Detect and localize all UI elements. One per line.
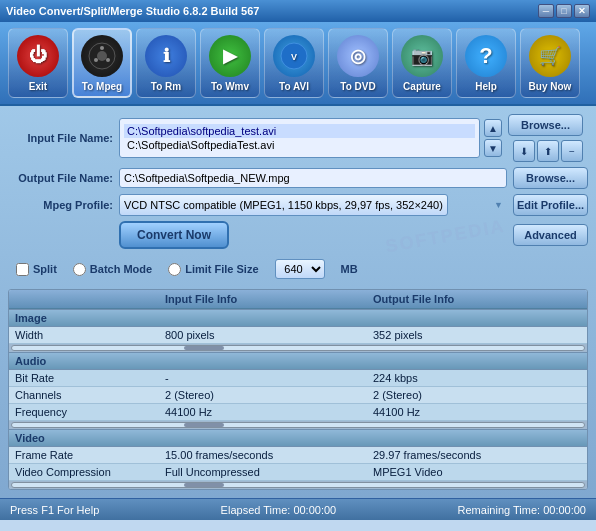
scrollbar-track-2 xyxy=(11,422,585,428)
upload-btn[interactable]: ⬆ xyxy=(537,140,559,162)
capture-icon: 📷 xyxy=(401,35,443,77)
input-file-label: Input File Name: xyxy=(8,132,113,144)
image-scrollbar[interactable] xyxy=(9,344,587,352)
toolbar: ⏻ Exit To Mpeg ℹ To Rm ▶ To Wmv V To A xyxy=(0,22,596,106)
table-row: Frequency 44100 Hz 44100 Hz xyxy=(9,404,587,421)
col-header-3: Output File Info xyxy=(373,293,581,305)
limit-size-radio[interactable] xyxy=(168,263,181,276)
edit-profile-button[interactable]: Edit Profile... xyxy=(513,194,588,216)
size-select[interactable]: 640 700 800 xyxy=(275,259,325,279)
scrollbar-thumb xyxy=(184,346,224,350)
row-output: 224 kbps xyxy=(373,372,581,384)
profile-row: Mpeg Profile: VCD NTSC compatible (MPEG1… xyxy=(8,194,588,216)
info-table-header: Input File Info Output File Info xyxy=(9,290,587,309)
row-label: Frame Rate xyxy=(15,449,165,461)
elapsed-text: Elapsed Time: 00:00:00 xyxy=(221,504,337,516)
input-action-btns: ⬇ ⬆ − xyxy=(508,140,588,162)
close-button[interactable]: ✕ xyxy=(574,4,590,18)
row-output: 2 (Stereo) xyxy=(373,389,581,401)
window-controls: ─ □ ✕ xyxy=(538,4,590,18)
audio-scrollbar[interactable] xyxy=(9,421,587,429)
row-output: MPEG1 Video xyxy=(373,466,581,478)
buy-label: Buy Now xyxy=(529,81,572,92)
input-browse-button[interactable]: Browse... xyxy=(508,114,583,136)
toolbar-exit[interactable]: ⏻ Exit xyxy=(8,28,68,98)
mpeg-icon xyxy=(81,35,123,77)
toolbar-dvd[interactable]: ◎ To DVD xyxy=(328,28,388,98)
info-table: Input File Info Output File Info Image W… xyxy=(8,289,588,490)
mb-label: MB xyxy=(341,263,358,275)
split-checkbox-label[interactable]: Split xyxy=(16,263,57,276)
scrollbar-track-3 xyxy=(11,482,585,488)
title-bar: Video Convert/Split/Merge Studio 6.8.2 B… xyxy=(0,0,596,22)
batch-mode-radio[interactable] xyxy=(73,263,86,276)
toolbar-capture[interactable]: 📷 Capture xyxy=(392,28,452,98)
split-checkbox[interactable] xyxy=(16,263,29,276)
delete-btn[interactable]: − xyxy=(561,140,583,162)
profile-label: Mpeg Profile: xyxy=(8,199,113,211)
scroll-down-btn[interactable]: ▼ xyxy=(484,139,502,157)
row-output: 44100 Hz xyxy=(373,406,581,418)
advanced-button[interactable]: Advanced xyxy=(513,224,588,246)
toolbar-rm[interactable]: ℹ To Rm xyxy=(136,28,196,98)
output-file-field[interactable] xyxy=(119,168,507,188)
toolbar-avi[interactable]: V To AVI xyxy=(264,28,324,98)
input-file-2: C:\Softpedia\SoftpediaTest.avi xyxy=(124,138,475,152)
download-btn[interactable]: ⬇ xyxy=(513,140,535,162)
batch-mode-text: Batch Mode xyxy=(90,263,152,275)
limit-size-text: Limit File Size xyxy=(185,263,258,275)
output-file-label: Output File Name: xyxy=(8,172,113,184)
toolbar-mpeg[interactable]: To Mpeg xyxy=(72,28,132,98)
options-row: Split Batch Mode Limit File Size 640 700… xyxy=(8,255,588,283)
scroll-up-btn[interactable]: ▲ xyxy=(484,119,502,137)
row-input: Full Uncompressed xyxy=(165,466,373,478)
row-output: 29.97 frames/seconds xyxy=(373,449,581,461)
convert-row: Convert Now Advanced xyxy=(8,221,588,249)
svg-point-2 xyxy=(100,46,104,50)
row-output: 352 pixels xyxy=(373,329,581,341)
limit-size-label[interactable]: Limit File Size xyxy=(168,263,258,276)
minimize-button[interactable]: ─ xyxy=(538,4,554,18)
row-label: Channels xyxy=(15,389,165,401)
maximize-button[interactable]: □ xyxy=(556,4,572,18)
row-input: 2 (Stereo) xyxy=(165,389,373,401)
input-file-field[interactable]: C:\Softpedia\softpedia_test.avi C:\Softp… xyxy=(119,118,480,158)
table-row: Width 800 pixels 352 pixels xyxy=(9,327,587,344)
rm-label: To Rm xyxy=(151,81,181,92)
convert-button[interactable]: Convert Now xyxy=(119,221,229,249)
toolbar-help[interactable]: ? Help xyxy=(456,28,516,98)
svg-point-4 xyxy=(94,58,98,62)
input-file-1: C:\Softpedia\softpedia_test.avi xyxy=(124,124,475,138)
dvd-label: To DVD xyxy=(340,81,375,92)
row-input: - xyxy=(165,372,373,384)
output-browse-button[interactable]: Browse... xyxy=(513,167,588,189)
main-content: SOFTPEDIA Input File Name: C:\Softpedia\… xyxy=(0,106,596,498)
input-file-row: Input File Name: C:\Softpedia\softpedia_… xyxy=(8,114,588,162)
toolbar-wmv[interactable]: ▶ To Wmv xyxy=(200,28,260,98)
capture-label: Capture xyxy=(403,81,441,92)
image-section-header: Image xyxy=(9,309,587,327)
remaining-text: Remaining Time: 00:00:00 xyxy=(458,504,586,516)
scrollbar-thumb-3 xyxy=(184,483,224,487)
table-row: Channels 2 (Stereo) 2 (Stereo) xyxy=(9,387,587,404)
profile-select[interactable]: VCD NTSC compatible (MPEG1, 1150 kbps, 2… xyxy=(119,194,448,216)
input-mini-btns: ▲ ▼ xyxy=(484,118,502,158)
wmv-label: To Wmv xyxy=(211,81,249,92)
input-file-area: C:\Softpedia\softpedia_test.avi C:\Softp… xyxy=(119,118,502,158)
avi-label: To AVI xyxy=(279,81,309,92)
buy-icon: 🛒 xyxy=(529,35,571,77)
status-bar: Press F1 For Help Elapsed Time: 00:00:00… xyxy=(0,498,596,520)
wmv-icon: ▶ xyxy=(209,35,251,77)
batch-mode-label[interactable]: Batch Mode xyxy=(73,263,152,276)
video-scrollbar[interactable] xyxy=(9,481,587,489)
svg-point-3 xyxy=(106,58,110,62)
mpeg-label: To Mpeg xyxy=(82,81,122,92)
exit-label: Exit xyxy=(29,81,47,92)
help-label: Help xyxy=(475,81,497,92)
scrollbar-thumb-2 xyxy=(184,423,224,427)
help-text: Press F1 For Help xyxy=(10,504,99,516)
profile-select-wrapper: VCD NTSC compatible (MPEG1, 1150 kbps, 2… xyxy=(119,194,507,216)
toolbar-buy[interactable]: 🛒 Buy Now xyxy=(520,28,580,98)
table-row: Video Compression Full Uncompressed MPEG… xyxy=(9,464,587,481)
audio-section-header: Audio xyxy=(9,352,587,370)
